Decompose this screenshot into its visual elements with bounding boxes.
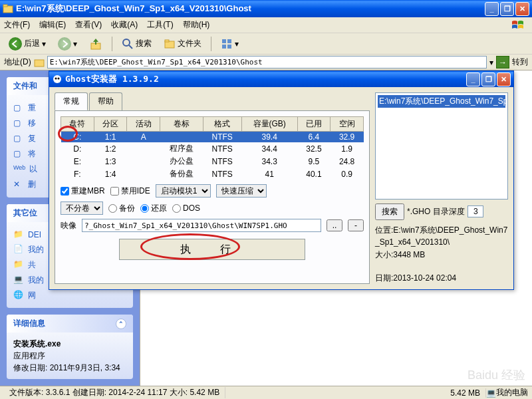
menu-view[interactable]: 查看(V) [75, 19, 102, 31]
address-input[interactable] [47, 56, 487, 68]
rename-icon: ▢ [13, 103, 24, 114]
menu-tools[interactable]: 工具(T) [147, 19, 173, 31]
table-row[interactable]: C:1:1ANTFS39.46.432.9 [61, 132, 364, 143]
table-row[interactable]: D:1:2程序盘NTFS34.432.51.9 [61, 142, 364, 155]
svg-point-13 [55, 78, 57, 80]
gho-listbox[interactable]: E:\win7系统\DEEP_Ghost_Win7_Sp. [375, 92, 508, 200]
svg-point-14 [58, 78, 60, 80]
tab-help[interactable]: 帮助 [89, 92, 122, 110]
svg-rect-8 [227, 39, 231, 43]
close-button[interactable]: ✕ [515, 2, 529, 16]
svg-rect-7 [222, 39, 226, 43]
svg-point-3 [123, 39, 130, 46]
svg-line-4 [129, 45, 132, 49]
depth-input[interactable] [467, 205, 483, 217]
ext-label: *.GHO [407, 207, 430, 216]
image-path-input[interactable] [82, 219, 321, 232]
up-icon [89, 37, 102, 51]
split-select[interactable]: 不分卷 [61, 201, 103, 215]
up-button[interactable] [84, 35, 107, 53]
col-drive[interactable]: 盘符 [61, 117, 94, 132]
menu-file[interactable]: 文件(F) [4, 19, 30, 31]
dialog-close-button[interactable]: ✕ [497, 72, 511, 86]
list-item[interactable]: E:\win7系统\DEEP_Ghost_Win7_Sp. [378, 95, 505, 108]
col-partition[interactable]: 分区 [94, 117, 127, 132]
browse-button[interactable]: .. [327, 219, 342, 231]
dropdown-icon: ▾ [42, 39, 46, 49]
dropdown-icon[interactable]: ▾ [489, 58, 493, 67]
maximize-button[interactable]: ❐ [500, 2, 514, 16]
folders-button[interactable]: 文件夹 [159, 35, 206, 53]
dialog-titlebar[interactable]: Ghost安装器 1.3.9.2 _ ❐ ✕ [49, 71, 513, 87]
dos-radio[interactable]: DOS [172, 203, 200, 213]
search-icon [122, 38, 134, 50]
address-bar: 地址(D) ▾ → 转到 [0, 55, 532, 70]
forward-icon [58, 37, 71, 51]
restore-radio[interactable]: 还原 [140, 203, 167, 214]
dialog-minimize-button[interactable]: _ [466, 72, 480, 86]
table-row[interactable]: F:1:4备份盘NTFS4140.10.9 [61, 168, 364, 180]
folder-icon [3, 3, 13, 14]
folder-icon: 📁 [13, 229, 24, 240]
computer-icon: 💻 [486, 388, 496, 398]
search-button[interactable]: 搜索 [117, 35, 156, 53]
compress-select[interactable]: 快速压缩 [216, 184, 267, 198]
move-icon: ▢ [13, 118, 24, 129]
place-item[interactable]: 🌐网 [13, 288, 126, 303]
go-button[interactable]: → [496, 56, 509, 68]
status-size: 5.42 MB [445, 388, 486, 398]
disable-ide-checkbox[interactable]: 禁用IDE [110, 186, 150, 197]
svg-rect-9 [222, 45, 226, 49]
details-header[interactable]: 详细信息 ⌃ [7, 315, 133, 332]
dialog-tabs: 常规 帮助 [55, 92, 370, 111]
menubar: 文件(F) 编辑(E) 查看(V) 收藏(A) 工具(T) 帮助(H) [0, 17, 532, 33]
explorer-titlebar: E:\win7系统\DEEP_Ghost_Win7_Sp1_x64_V20131… [0, 0, 532, 17]
computer-icon: 💻 [13, 275, 24, 285]
views-icon [221, 38, 233, 50]
boot-module-select[interactable]: 启动模块1 [156, 184, 211, 198]
disk-table: 盘符 分区 活动 卷标 格式 容量(GB) 已用 空闲 C:1:1ANTFS39… [61, 116, 364, 180]
details-modified: 修改日期: 2011年9月3日, 3:34 [13, 362, 126, 374]
rebuild-mbr-checkbox[interactable]: 重建MBR [61, 186, 105, 197]
remove-button[interactable]: - [348, 219, 364, 231]
address-label: 地址(D) [4, 57, 31, 68]
details-panel: 详细信息 ⌃ 安装系统.exe 应用程序 修改日期: 2011年9月3日, 3:… [7, 315, 133, 379]
menu-favorites[interactable]: 收藏(A) [111, 19, 138, 31]
go-label: 转到 [512, 57, 528, 68]
collapse-icon[interactable]: ⌃ [116, 319, 126, 329]
back-button[interactable]: 后退 ▾ [4, 35, 51, 53]
minimize-button[interactable]: _ [485, 2, 499, 16]
search-gho-button[interactable]: 搜索 [375, 203, 404, 220]
col-free[interactable]: 空闲 [331, 117, 364, 132]
forward-button[interactable]: ▾ [53, 35, 82, 53]
depth-label: 目录深度 [433, 206, 465, 217]
col-used[interactable]: 已用 [297, 117, 331, 132]
views-button[interactable]: ▾ [216, 35, 243, 53]
network-icon: 🌐 [13, 290, 24, 301]
folder-icon [34, 57, 45, 68]
window-title: E:\win7系统\DEEP_Ghost_Win7_Sp1_x64_V20131… [16, 3, 485, 15]
toolbar: 后退 ▾ ▾ 搜索 文件夹 ▾ [0, 33, 532, 55]
menu-help[interactable]: 帮助(H) [183, 19, 210, 31]
dropdown-icon: ▾ [73, 39, 77, 49]
col-label[interactable]: 卷标 [160, 117, 203, 132]
app-icon [52, 74, 63, 84]
table-row[interactable]: E:1:3办公盘NTFS34.39.524.8 [61, 155, 364, 168]
folders-icon [164, 38, 176, 50]
web-icon: ▢ [13, 149, 24, 160]
menu-edit[interactable]: 编辑(E) [39, 19, 66, 31]
dialog-maximize-button[interactable]: ❐ [481, 72, 495, 86]
execute-button[interactable]: 执 行 [119, 239, 305, 260]
back-icon [9, 37, 22, 51]
email-icon: Web [13, 164, 24, 175]
tab-general[interactable]: 常规 [55, 92, 88, 110]
svg-rect-1 [3, 5, 7, 7]
dialog-title: Ghost安装器 1.3.9.2 [65, 73, 466, 85]
col-capacity[interactable]: 容量(GB) [241, 117, 297, 132]
gho-info: 位置:E:\win7系统\DEEP_Ghost_Win7_Sp1_x64_V20… [375, 224, 508, 285]
col-format[interactable]: 格式 [203, 117, 241, 132]
col-active[interactable]: 活动 [127, 117, 160, 132]
statusbar: 文件版本: 3.3.6.1 创建日期: 2014-2-24 11:17 大小: … [0, 386, 532, 399]
backup-radio[interactable]: 备份 [108, 203, 135, 214]
copy-icon: ▢ [13, 134, 24, 144]
